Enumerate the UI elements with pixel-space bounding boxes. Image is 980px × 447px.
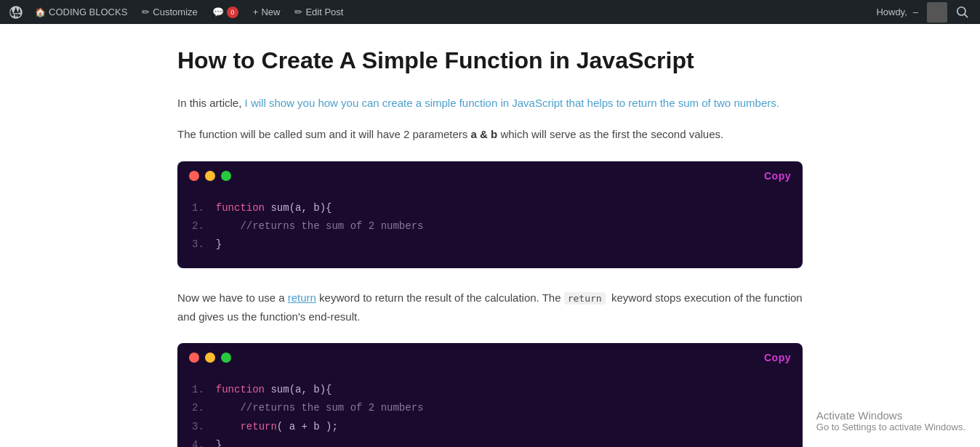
- plus-icon: +: [253, 7, 259, 17]
- activate-windows-watermark: Activate Windows Go to Settings to activ…: [816, 409, 965, 432]
- howdy-text: Howdy,: [876, 7, 907, 17]
- username-text: –: [913, 7, 918, 17]
- pencil-icon: ✏: [142, 7, 150, 17]
- dot-yellow-2: [205, 353, 215, 363]
- edit-post-link[interactable]: ✏ Edit Post: [289, 0, 349, 24]
- code-block-2: Copy 1. function sum(a, b){ 2. //returns…: [177, 343, 803, 447]
- search-button[interactable]: [950, 0, 974, 24]
- comments-link[interactable]: 💬 0: [206, 0, 244, 24]
- dot-green-1: [221, 171, 231, 181]
- new-label: New: [261, 7, 280, 17]
- code-line: 1. function sum(a, b){: [192, 199, 788, 217]
- code-line: 2. //returns the sum of 2 numbers: [192, 399, 788, 417]
- code-line: 2. //returns the sum of 2 numbers: [192, 217, 788, 235]
- code-line: 3. }: [192, 235, 788, 254]
- admin-bar: 🏠 CODING BLOCKS ✏ Customize 💬 0 + New ✏ …: [0, 0, 980, 24]
- site-name-link[interactable]: 🏠 CODING BLOCKS: [29, 0, 133, 24]
- customize-link[interactable]: ✏ Customize: [136, 0, 203, 24]
- activate-windows-subtitle: Go to Settings to activate Windows.: [816, 422, 965, 432]
- code-line: 4. }: [192, 436, 788, 447]
- activate-windows-title: Activate Windows: [816, 409, 965, 422]
- intro-paragraph: In this article, I will show you how you…: [177, 94, 803, 113]
- second-paragraph: The function will be called sum and it w…: [177, 125, 803, 144]
- dot-yellow-1: [205, 171, 215, 181]
- code-header-2: Copy: [177, 343, 803, 369]
- edit-icon: ✏: [294, 7, 302, 17]
- site-name-label: CODING BLOCKS: [49, 7, 127, 17]
- admin-bar-right: Howdy, –: [876, 0, 974, 24]
- comment-icon: 💬: [212, 7, 224, 17]
- dot-green-2: [221, 353, 231, 363]
- code-line: 1. function sum(a, b){: [192, 381, 788, 399]
- customize-label: Customize: [153, 7, 197, 17]
- window-dots-1: [189, 171, 231, 181]
- dot-red-1: [189, 171, 199, 181]
- copy-button-1[interactable]: Copy: [764, 170, 791, 182]
- user-avatar[interactable]: [927, 2, 947, 23]
- code-content-2: 1. function sum(a, b){ 2. //returns the …: [177, 369, 803, 447]
- new-content-link[interactable]: + New: [247, 0, 286, 24]
- main-content: How to Create A Simple Function in JavaS…: [163, 24, 817, 447]
- window-dots-2: [189, 353, 231, 363]
- wp-logo[interactable]: [6, 2, 26, 23]
- third-paragraph: Now we have to use a return keyword to r…: [177, 289, 803, 326]
- code-header-1: Copy: [177, 161, 803, 188]
- dot-red-2: [189, 353, 199, 363]
- comment-count: 0: [227, 7, 238, 18]
- post-title: How to Create A Simple Function in JavaS…: [177, 46, 803, 76]
- edit-post-label: Edit Post: [305, 7, 343, 17]
- code-content-1: 1. function sum(a, b){ 2. //returns the …: [177, 188, 803, 269]
- code-line: 3. return( a + b );: [192, 418, 788, 436]
- copy-button-2[interactable]: Copy: [764, 352, 791, 363]
- code-block-1: Copy 1. function sum(a, b){ 2. //returns…: [177, 161, 803, 269]
